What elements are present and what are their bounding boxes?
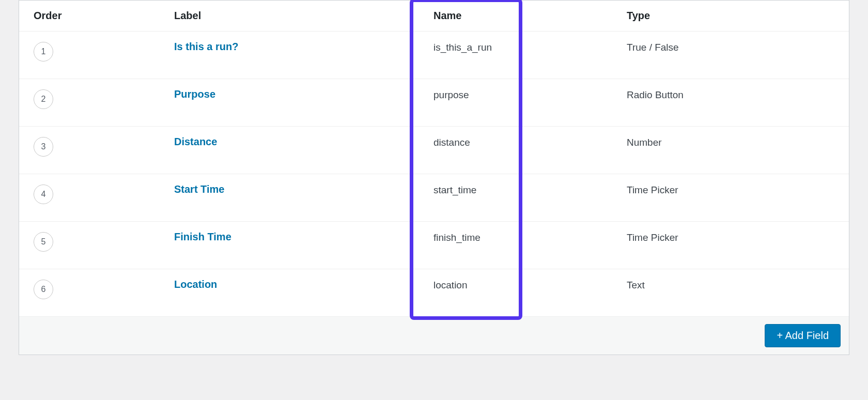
column-header-order: Order <box>19 10 174 22</box>
table-row[interactable]: 6 Location location Text <box>19 269 849 317</box>
field-name: finish_time <box>433 232 481 243</box>
column-header-label: Label <box>174 10 407 22</box>
table-header-row: Order Label Name Type <box>19 1 849 32</box>
field-label-link[interactable]: Start Time <box>174 183 224 195</box>
field-name: distance <box>433 137 470 148</box>
field-name: purpose <box>433 89 469 101</box>
order-handle[interactable]: 2 <box>34 89 53 109</box>
order-handle[interactable]: 5 <box>34 232 53 252</box>
field-type: Number <box>627 137 662 148</box>
table-row[interactable]: 4 Start Time start_time Time Picker <box>19 174 849 222</box>
add-field-button[interactable]: + Add Field <box>765 324 841 347</box>
field-type: Radio Button <box>627 89 684 101</box>
column-header-name: Name <box>407 10 603 22</box>
table-footer: + Add Field <box>19 317 849 355</box>
order-handle[interactable]: 6 <box>34 280 53 299</box>
column-header-type: Type <box>603 10 849 22</box>
field-type: Text <box>627 280 645 291</box>
field-name: location <box>433 280 468 291</box>
field-label-link[interactable]: Location <box>174 279 217 290</box>
field-name: is_this_a_run <box>433 42 492 53</box>
field-type: Time Picker <box>627 184 678 196</box>
table-row[interactable]: 5 Finish Time finish_time Time Picker <box>19 222 849 269</box>
order-handle[interactable]: 4 <box>34 184 53 204</box>
field-type: True / False <box>627 42 679 53</box>
table-row[interactable]: 1 Is this a run? is_this_a_run True / Fa… <box>19 32 849 79</box>
field-label-link[interactable]: Distance <box>174 136 217 148</box>
field-name: start_time <box>433 184 476 196</box>
field-label-link[interactable]: Is this a run? <box>174 41 238 53</box>
field-label-link[interactable]: Finish Time <box>174 231 231 243</box>
table-row[interactable]: 2 Purpose purpose Radio Button <box>19 79 849 127</box>
field-type: Time Picker <box>627 232 678 243</box>
field-label-link[interactable]: Purpose <box>174 88 215 100</box>
order-handle[interactable]: 3 <box>34 137 53 157</box>
order-handle[interactable]: 1 <box>34 42 53 61</box>
table-row[interactable]: 3 Distance distance Number <box>19 127 849 174</box>
fields-table: Order Label Name Type 1 Is this a run? i… <box>19 0 849 355</box>
